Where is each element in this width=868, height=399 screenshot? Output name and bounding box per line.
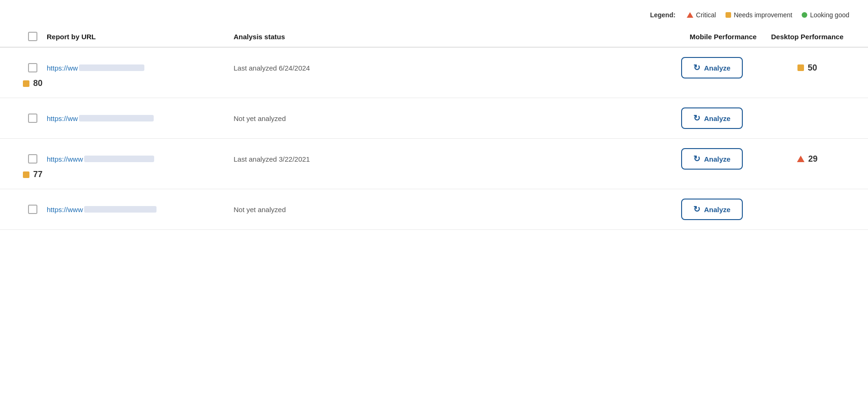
select-all-cell bbox=[19, 32, 47, 41]
row2-url-link[interactable]: https://ww bbox=[47, 114, 154, 122]
data-table: Report by URL Analysis status Mobile Per… bbox=[0, 26, 868, 230]
row1-desktop-score-value: 80 bbox=[33, 78, 43, 88]
row2-analyze-label: Analyze bbox=[704, 114, 731, 122]
row3-mobile-score: 29 bbox=[765, 154, 849, 164]
table-row: https://ww Not yet analyzed ↻ Analyze bbox=[0, 98, 868, 139]
row4-url-cell: https://www bbox=[47, 206, 234, 214]
legend-needs-label: Needs improvement bbox=[734, 11, 792, 19]
row1-url-cell: https://ww bbox=[47, 64, 234, 72]
row1-url-blur bbox=[79, 64, 144, 71]
legend-critical-label: Critical bbox=[696, 11, 716, 19]
looking-good-icon bbox=[802, 12, 807, 18]
row3-analyze-label: Analyze bbox=[704, 155, 731, 163]
page-container: Legend: Critical Needs improvement Looki… bbox=[0, 0, 868, 399]
row1-url-text: https://ww bbox=[47, 64, 78, 72]
desktop-perf-header: Desktop Performance bbox=[765, 33, 849, 41]
row1-status: Last analyzed 6/24/2024 bbox=[234, 64, 681, 72]
row2-checkbox-cell bbox=[19, 114, 47, 123]
row4-analyze-label: Analyze bbox=[704, 206, 731, 214]
mobile-perf-header: Mobile Performance bbox=[681, 33, 765, 41]
row2-checkbox[interactable] bbox=[28, 114, 37, 123]
table-row: https://www Last analyzed 3/22/2021 ↻ An… bbox=[0, 139, 868, 189]
row3-checkbox[interactable] bbox=[28, 154, 37, 164]
legend-label: Legend: bbox=[650, 11, 675, 19]
row4-status: Not yet analyzed bbox=[234, 206, 681, 214]
row2-analyze-button[interactable]: ↻ Analyze bbox=[681, 107, 743, 129]
row2-url-blur bbox=[79, 115, 154, 121]
row4-analyze-button[interactable]: ↻ Analyze bbox=[681, 199, 743, 220]
row1-analyze-button[interactable]: ↻ Analyze bbox=[681, 57, 743, 78]
row3-mobile-critical-icon bbox=[797, 156, 804, 162]
row3-status: Last analyzed 3/22/2021 bbox=[234, 155, 681, 163]
row4-url-blur bbox=[84, 206, 157, 213]
row4-refresh-icon: ↻ bbox=[693, 204, 700, 214]
legend-item-good: Looking good bbox=[802, 11, 849, 19]
row2-analyze-cell: ↻ Analyze bbox=[681, 107, 765, 129]
legend-bar: Legend: Critical Needs improvement Looki… bbox=[0, 7, 868, 26]
row1-analyze-label: Analyze bbox=[704, 64, 731, 72]
analysis-status-header: Analysis status bbox=[234, 33, 681, 41]
row4-checkbox[interactable] bbox=[28, 205, 37, 214]
row1-refresh-icon: ↻ bbox=[693, 63, 700, 73]
row3-analyze-button[interactable]: ↻ Analyze bbox=[681, 148, 743, 170]
row3-url-link[interactable]: https://www bbox=[47, 155, 154, 163]
legend-good-label: Looking good bbox=[810, 11, 849, 19]
row3-url-cell: https://www bbox=[47, 155, 234, 163]
legend-item-needs: Needs improvement bbox=[726, 11, 792, 19]
table-row: https://ww Last analyzed 6/24/2024 ↻ Ana… bbox=[0, 48, 868, 98]
row3-checkbox-cell bbox=[19, 154, 47, 164]
report-url-header: Report by URL bbox=[47, 33, 234, 41]
row2-status: Not yet analyzed bbox=[234, 114, 681, 122]
row4-url-text: https://www bbox=[47, 206, 83, 214]
select-all-checkbox[interactable] bbox=[28, 32, 37, 41]
row2-refresh-icon: ↻ bbox=[693, 113, 700, 123]
row1-mobile-needs-icon bbox=[797, 64, 804, 71]
row3-desktop-score: 77 bbox=[19, 170, 47, 179]
critical-icon bbox=[687, 12, 693, 18]
row3-analyze-cell: ↻ Analyze bbox=[681, 148, 765, 170]
row1-checkbox-cell bbox=[19, 63, 47, 72]
row1-desktop-score: 80 bbox=[19, 78, 47, 88]
legend-item-critical: Critical bbox=[687, 11, 716, 19]
row3-mobile-score-value: 29 bbox=[808, 154, 818, 164]
row1-url-link[interactable]: https://ww bbox=[47, 64, 144, 72]
row1-desktop-needs-icon bbox=[23, 80, 29, 87]
row2-url-text: https://ww bbox=[47, 114, 78, 122]
row3-url-blur bbox=[84, 156, 154, 162]
row4-checkbox-cell bbox=[19, 205, 47, 214]
row3-desktop-needs-icon bbox=[23, 171, 29, 178]
table-header-row: Report by URL Analysis status Mobile Per… bbox=[0, 26, 868, 48]
row2-url-cell: https://ww bbox=[47, 114, 234, 122]
row4-url-link[interactable]: https://www bbox=[47, 206, 157, 214]
row1-mobile-score-value: 50 bbox=[808, 63, 817, 73]
row1-analyze-cell: ↻ Analyze bbox=[681, 57, 765, 78]
row3-refresh-icon: ↻ bbox=[693, 154, 700, 164]
row1-mobile-score: 50 bbox=[765, 63, 849, 73]
needs-improvement-icon bbox=[726, 12, 731, 18]
row3-desktop-score-value: 77 bbox=[33, 170, 43, 179]
row1-checkbox[interactable] bbox=[28, 63, 37, 72]
table-row: https://www Not yet analyzed ↻ Analyze bbox=[0, 189, 868, 230]
row3-url-text: https://www bbox=[47, 155, 83, 163]
row4-analyze-cell: ↻ Analyze bbox=[681, 199, 765, 220]
